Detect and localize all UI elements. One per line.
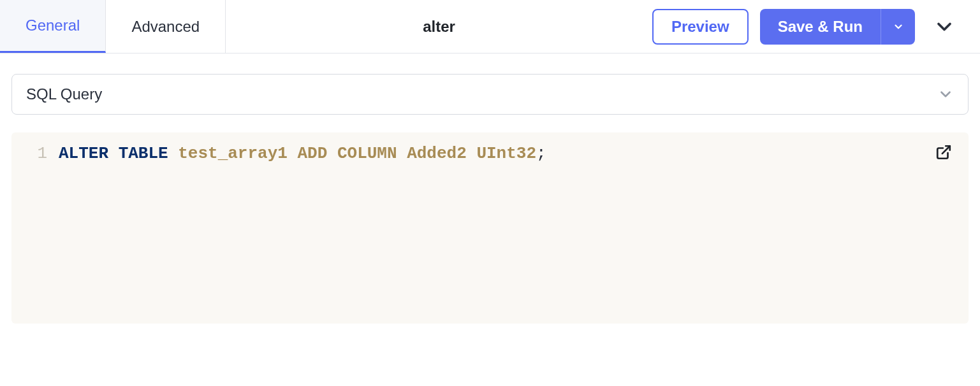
save-run-button[interactable]: Save & Run: [760, 9, 881, 45]
token-identifier: UInt32: [476, 144, 536, 163]
tab-general[interactable]: General: [0, 0, 106, 53]
sql-query-section-header[interactable]: SQL Query: [11, 74, 969, 115]
collapse-panel-button[interactable]: [926, 9, 962, 45]
tabs: General Advanced: [0, 0, 226, 53]
token-identifier: Added2: [407, 144, 467, 163]
save-run-dropdown-button[interactable]: [881, 9, 915, 45]
tab-advanced-label: Advanced: [131, 18, 200, 36]
external-link-icon: [935, 144, 954, 161]
chevron-down-icon: [937, 86, 954, 103]
token-identifier: test_array1: [178, 144, 288, 163]
tab-general-label: General: [26, 17, 80, 34]
token-keyword: ALTER: [59, 144, 108, 163]
content: SQL Query 1 ALTER TABLE test_array1 ADD …: [0, 54, 980, 324]
expand-editor-button[interactable]: [935, 144, 954, 163]
chevron-down-icon: [893, 21, 904, 32]
tab-advanced[interactable]: Advanced: [106, 0, 226, 53]
editor-line: 1 ALTER TABLE test_array1 ADD COLUMN Add…: [26, 144, 954, 163]
toolbar: General Advanced alter Preview Save & Ru…: [0, 0, 980, 54]
sql-editor[interactable]: 1 ALTER TABLE test_array1 ADD COLUMN Add…: [11, 132, 969, 324]
preview-button-label: Preview: [671, 18, 729, 36]
page-title: alter: [423, 18, 455, 36]
preview-button[interactable]: Preview: [652, 9, 749, 45]
token-keyword: TABLE: [119, 144, 168, 163]
token-identifier: ADD: [298, 144, 328, 163]
chevron-down-icon: [933, 15, 956, 38]
svg-line-0: [942, 146, 950, 154]
save-run-button-group: Save & Run: [760, 9, 915, 45]
token-punct: ;: [536, 144, 546, 163]
actions: Preview Save & Run: [652, 9, 980, 45]
line-number: 1: [26, 144, 47, 163]
code-content: ALTER TABLE test_array1 ADD COLUMN Added…: [59, 144, 546, 163]
token-identifier: COLUMN: [337, 144, 397, 163]
sql-query-section-title: SQL Query: [26, 85, 102, 103]
save-run-button-label: Save & Run: [778, 18, 863, 36]
title-area: alter: [226, 18, 652, 36]
